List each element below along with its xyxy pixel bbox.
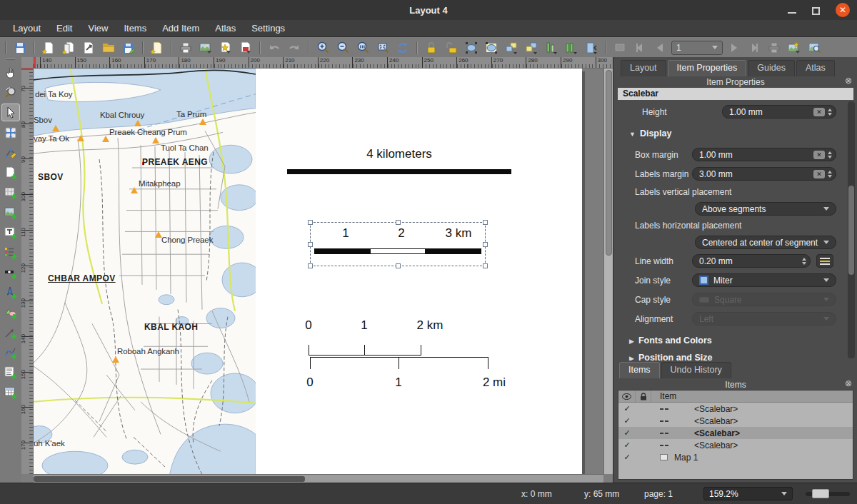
print-atlas-icon[interactable] [766,39,783,56]
duplicate-layout-icon[interactable] [60,39,77,56]
toolbar-grip[interactable] [6,59,15,60]
menu-item[interactable]: Items [116,21,154,35]
scrollbar-thumb[interactable] [848,186,854,275]
spinner-arrows-icon[interactable] [828,151,832,158]
maximize-icon[interactable] [812,7,820,15]
item-row[interactable]: ✓ <Scalebar> [618,427,853,439]
preview-atlas-icon[interactable] [611,39,628,56]
add-north-arrow-tool[interactable] [1,283,20,301]
previous-feature-icon[interactable] [651,39,668,56]
selection-handle[interactable] [308,220,313,225]
selection-handle[interactable] [483,242,488,247]
export-pdf-icon[interactable] [237,39,254,56]
select-move-tool[interactable] [1,104,20,121]
selection-handle[interactable] [483,263,488,268]
spinner-arrows-icon[interactable] [802,258,806,265]
selection-handle[interactable] [308,242,313,247]
zoom-actual-icon[interactable] [354,39,371,56]
next-feature-icon[interactable] [726,39,743,56]
labels-margin-spinbox[interactable]: 3.00 mm ✕ [692,167,836,181]
zoom-full-icon[interactable] [374,39,391,56]
map-item[interactable]: dei Ta KoySbovvay Ta OkKbal ChrouyTa Pru… [34,69,256,474]
add-html-tool[interactable] [1,363,20,381]
raise-items-icon[interactable] [503,39,520,56]
resize-items-icon[interactable] [583,39,600,56]
panel-tab[interactable]: Layout [621,60,666,76]
item-row[interactable]: ✓ <Scalebar> [618,403,853,415]
panel-tab[interactable]: Atlas [796,60,835,76]
item-row[interactable]: ✓ <Scalebar> [618,415,853,427]
add-node-item-tool[interactable] [1,343,20,361]
canvas-horizontal-scrollbar[interactable] [34,474,603,483]
menu-item[interactable]: Atlas [208,21,243,35]
visibility-checkbox[interactable]: ✓ [618,416,636,425]
print-layout-icon[interactable] [177,39,194,56]
last-feature-icon[interactable] [746,39,763,56]
close-panel-icon[interactable]: ⊗ [845,378,852,388]
clear-value-icon[interactable]: ✕ [813,170,825,178]
spinner-arrows-icon[interactable] [828,109,832,116]
scalebar-km-item[interactable] [309,345,421,356]
new-layout-icon[interactable] [40,39,57,56]
open-layout-icon[interactable] [100,39,117,56]
scrollbar-thumb[interactable] [34,476,305,482]
menu-item[interactable]: Edit [49,21,79,35]
close-panel-icon[interactable]: ⊗ [845,76,852,86]
scalebar-line-bar[interactable] [287,169,511,174]
menu-item[interactable]: Settings [244,21,292,35]
add-legend-tool[interactable] [1,243,20,261]
labels-horizontal-combobox[interactable]: Centered at center of segment [695,236,836,249]
height-spinbox[interactable]: 1.00 mm ✕ [722,105,836,119]
move-content-tool[interactable] [1,124,20,141]
item-row[interactable]: ✓ <Scalebar> [618,439,853,451]
visibility-checkbox[interactable]: ✓ [618,428,636,438]
unlock-items-icon[interactable] [443,39,460,56]
save-layout-icon[interactable] [11,39,29,56]
join-style-combobox[interactable]: Miter [692,273,836,287]
export-atlas-icon[interactable] [786,39,803,56]
layout-canvas[interactable]: dei Ta KoySbovvay Ta OkKbal ChrouyTa Pru… [34,69,603,474]
scrollbar-thumb[interactable] [606,70,612,256]
panel-scrollbar[interactable] [848,101,855,358]
zoom-out-icon[interactable] [334,39,351,56]
alignment-combobox[interactable]: Left [692,312,836,326]
align-items-icon[interactable] [543,39,560,56]
add-shape-tool[interactable] [1,303,20,321]
atlas-settings-icon[interactable] [806,39,823,56]
save-as-template-icon[interactable] [120,39,137,56]
clear-value-icon[interactable]: ✕ [813,108,825,116]
add-attribute-table-tool[interactable] [1,383,20,401]
item-row[interactable]: ✓ Map 1 [618,451,853,463]
selection-handle[interactable] [483,220,488,225]
labels-vertical-combobox[interactable]: Above segments [695,202,836,216]
items-panel-tab[interactable]: Undo History [661,362,731,378]
zoom-slider-thumb[interactable] [812,489,829,498]
add-picture-tool[interactable] [1,203,20,221]
menu-item[interactable]: Layout [6,21,48,35]
menu-item[interactable]: Add Item [155,21,206,35]
fonts-colors-group-header[interactable]: ▶Fonts and Colors [629,336,712,346]
first-feature-icon[interactable] [631,39,648,56]
add-map-tool[interactable] [1,183,20,201]
zoom-level-combobox[interactable]: 159.2% [703,487,793,500]
panel-tab[interactable]: Guides [748,60,795,76]
edit-nodes-tool[interactable] [1,143,20,161]
canvas-vertical-scrollbar[interactable] [603,69,613,474]
visibility-checkbox[interactable]: ✓ [618,453,636,462]
scalebar-selected-item[interactable]: 123 km [310,222,486,266]
data-defined-override-button[interactable] [816,254,833,268]
spinner-arrows-icon[interactable] [828,171,832,178]
add-page-tool[interactable] [1,163,20,181]
add-arrow-tool[interactable] [1,323,20,341]
lock-items-icon[interactable] [423,39,440,56]
export-image-icon[interactable] [197,39,214,56]
zoom-tool[interactable] [1,84,20,101]
minimize-icon[interactable] [788,12,796,14]
layout-manager-icon[interactable] [80,39,97,56]
selection-handle[interactable] [308,263,313,268]
cap-style-combobox[interactable]: Square [692,293,836,306]
clear-value-icon[interactable]: ✕ [813,151,825,159]
selection-handle[interactable] [396,263,401,268]
deselect-all-icon[interactable] [483,39,500,56]
menu-item[interactable]: View [81,21,115,35]
